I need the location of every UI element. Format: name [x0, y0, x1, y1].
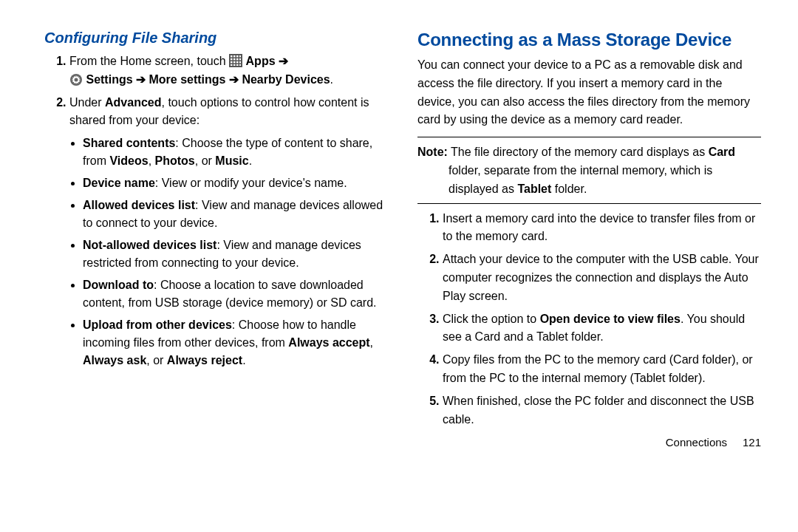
bullet-device-name: Device name: View or modify your device'…	[83, 174, 388, 192]
r-step-2: Attach your device to the computer with …	[443, 250, 761, 305]
svg-point-18	[75, 78, 78, 81]
svg-rect-12	[239, 61, 241, 64]
step2-text: Under Advanced, touch options to control…	[69, 96, 369, 127]
step1-apps: Apps ➔	[246, 55, 288, 67]
bullet-shared-contents: Shared contents: Choose the type of cont…	[83, 134, 388, 170]
svg-rect-13	[231, 64, 233, 66]
svg-rect-9	[231, 61, 233, 64]
svg-rect-10	[233, 61, 236, 64]
section-heading-right: Connecting as a Mass Storage Device	[417, 30, 761, 50]
svg-rect-1	[231, 55, 233, 58]
bullet-not-allowed-devices: Not-allowed devices list: View and manag…	[83, 236, 388, 272]
note-block: Note: The file directory of the memory c…	[417, 143, 761, 198]
step1-text-a: From the Home screen, touch	[69, 55, 229, 67]
intro-paragraph: You can connect your device to a PC as a…	[417, 56, 761, 129]
r-step-1: Insert a memory card into the device to …	[443, 210, 761, 247]
right-steps: Insert a memory card into the device to …	[417, 210, 761, 429]
horizontal-rule-bottom	[417, 203, 761, 204]
page: Configuring File Sharing From the Home s…	[0, 0, 798, 532]
svg-rect-5	[231, 58, 233, 61]
footer-page-number: 121	[743, 436, 761, 449]
bullet-allowed-devices: Allowed devices list: View and manage de…	[83, 197, 388, 232]
step-2: Under Advanced, touch options to control…	[69, 94, 388, 370]
footer-section: Connections	[666, 436, 727, 449]
svg-rect-16	[239, 64, 241, 66]
r-step-4: Copy files from the PC to the memory car…	[443, 351, 761, 388]
step-1: From the Home screen, touch Apps ➔	[69, 52, 388, 89]
right-column: Connecting as a Mass Storage Device You …	[417, 30, 761, 517]
gear-icon	[69, 73, 83, 86]
svg-rect-3	[236, 55, 239, 58]
svg-rect-2	[233, 55, 236, 58]
step1-path: Settings ➔ More settings ➔ Nearby Device…	[86, 73, 333, 86]
left-steps: From the Home screen, touch Apps ➔	[44, 52, 388, 369]
svg-rect-14	[233, 64, 236, 66]
r-step-5: When finished, close the PC folder and d…	[443, 392, 761, 429]
note-label: Note:	[417, 146, 448, 158]
horizontal-rule-top	[417, 137, 761, 137]
apps-grid-icon	[229, 54, 242, 67]
svg-rect-4	[239, 55, 241, 58]
left-column: Configuring File Sharing From the Home s…	[44, 30, 388, 517]
svg-rect-6	[233, 58, 236, 61]
svg-rect-8	[239, 58, 241, 61]
bullet-download-to: Download to: Choose a location to save d…	[83, 276, 388, 312]
page-footer: Connections 121	[417, 436, 761, 449]
svg-rect-11	[236, 61, 239, 64]
r-step-3: Click the option to Open device to view …	[443, 310, 761, 347]
bullet-list: Shared contents: Choose the type of cont…	[69, 134, 388, 369]
section-heading-left: Configuring File Sharing	[44, 30, 388, 47]
svg-rect-7	[236, 58, 239, 61]
svg-rect-15	[236, 64, 239, 66]
bullet-upload-from: Upload from other devices: Choose how to…	[83, 316, 388, 369]
